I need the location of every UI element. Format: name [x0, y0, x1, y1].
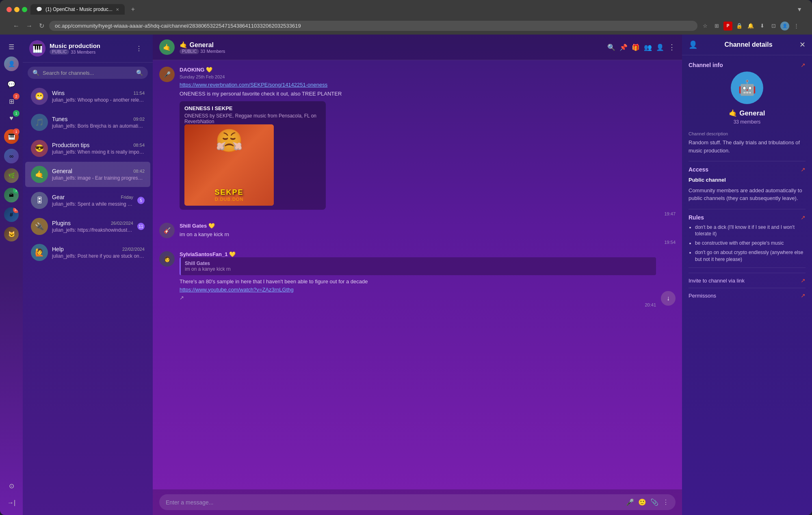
- msg-time-shill-gates: 19:54: [180, 240, 676, 245]
- channel-time-plugins: 26/02/2024: [111, 221, 133, 226]
- album-face-decoration: 😤: [215, 128, 243, 154]
- invite-link-icon[interactable]: ↗: [801, 277, 806, 284]
- browser-tab-active[interactable]: 💬 (1) OpenChat - Music produc... ✕: [30, 4, 125, 15]
- channel-item-plugins[interactable]: 🔌 Plugins 26/02/2024 julian_jelfs: https…: [25, 214, 150, 239]
- msg-expand-icon[interactable]: ↗: [180, 295, 656, 301]
- icon-sidebar: ☰ 👤 💬 ⊞ 2 ♥ 1 🎹 1 ∞: [0, 35, 23, 515]
- bookmark-icon[interactable]: ☆: [701, 22, 710, 30]
- details-header: 👤 Channel details ✕: [682, 35, 812, 55]
- sidebar-hamburger-button[interactable]: ☰: [4, 39, 19, 54]
- channel-preview-plugins: julian_jelfs: https://freakshowindustrie…: [52, 227, 133, 233]
- details-panel-icon: 👤: [689, 40, 697, 49]
- channel-item-tunes[interactable]: 🎵 Tunes 09:02 julian_jelfs: Boris Brejch…: [25, 110, 150, 135]
- link-preview-daoking: ONENESS I SEKPE ONENESS by SEKPE, Reggae…: [180, 101, 326, 210]
- favorites-button[interactable]: ♥ 1: [4, 111, 19, 126]
- divider-2: [689, 209, 806, 209]
- chat-channel-name: 🤙 General: [180, 41, 602, 49]
- community-icon-5[interactable]: # 15: [4, 207, 19, 222]
- explore-button[interactable]: ⊙: [4, 478, 19, 493]
- chat-header: 🤙 🤙 General PUBLIC 33 Members 🔍 📌 🎁 👥 👤 …: [153, 35, 682, 60]
- attach-icon[interactable]: 📎: [650, 498, 658, 506]
- channel-item-general[interactable]: 🤙 General 08:42 julian_jelfs: image - Ea…: [25, 162, 150, 187]
- msg-text-shill-gates: im on a kanye kick rn: [180, 230, 676, 239]
- channel-preview-production-tips: julian_jelfs: When mixing it is really i…: [52, 149, 145, 155]
- scroll-down-button[interactable]: ↓: [661, 291, 676, 306]
- channel-details-gear: Gear Friday julian_jelfs: Spent a while …: [52, 194, 133, 207]
- tab-label: (1) OpenChat - Music produc...: [45, 7, 113, 12]
- search-input[interactable]: [43, 70, 133, 76]
- new-tab-button[interactable]: +: [128, 4, 138, 15]
- msg-time-sylvia: 20:41: [180, 302, 656, 307]
- community-more-button[interactable]: ⋮: [132, 41, 146, 56]
- reply-quote-text: im on a kanye kick rn: [185, 266, 652, 272]
- search-submit-icon[interactable]: 🔍: [136, 70, 143, 76]
- emoji-icon[interactable]: 🙂: [638, 498, 646, 506]
- window-maximize-dot[interactable]: [22, 7, 27, 12]
- browser-menu-icon[interactable]: ⋮: [792, 22, 801, 30]
- community-icon-2[interactable]: ∞: [4, 149, 19, 163]
- chat-gift-icon[interactable]: 🎁: [632, 43, 640, 51]
- msg-link-daoking[interactable]: https://www.reverbnation.com/SEKPE/song/…: [180, 82, 327, 88]
- message-input[interactable]: [166, 499, 622, 506]
- channels-icon: ⊞: [9, 98, 14, 105]
- user-avatar-sidebar[interactable]: 👤: [4, 56, 19, 71]
- logout-icon: →|: [7, 499, 15, 506]
- community-icon-6[interactable]: 🐱: [4, 227, 19, 241]
- window-minimize-dot[interactable]: [14, 7, 19, 12]
- channel-info-expand-icon[interactable]: ↗: [801, 62, 806, 68]
- screenshot-icon[interactable]: ⊞: [712, 22, 721, 30]
- chat-pin-icon[interactable]: 📌: [619, 43, 628, 51]
- logout-button[interactable]: →|: [4, 495, 19, 510]
- rule-2: be constructive with other people's musi…: [695, 240, 806, 247]
- rules-expand-icon[interactable]: ↗: [801, 214, 806, 221]
- permissions-section[interactable]: Permissons ↗: [689, 288, 806, 303]
- channel-time-general: 08:42: [133, 169, 145, 174]
- channel-info-label: Channel info: [689, 62, 723, 68]
- input-more-icon[interactable]: ⋮: [663, 498, 669, 506]
- chat-members-icon[interactable]: 👥: [644, 43, 652, 51]
- permissions-label: Permissons: [689, 293, 716, 299]
- permissions-expand-icon[interactable]: ↗: [801, 292, 806, 299]
- details-close-button[interactable]: ✕: [799, 40, 806, 49]
- channel-name-production-tips: Production tips: [52, 142, 90, 148]
- channel-preview-tunes: julian_jelfs: Boris Brejcha is an automa…: [52, 123, 145, 129]
- direct-messages-button[interactable]: 💬: [4, 77, 19, 91]
- back-button[interactable]: ←: [11, 21, 21, 31]
- community-icon-3[interactable]: 🌿: [4, 168, 19, 183]
- channel-avatar-gear: 🎛: [31, 192, 48, 209]
- community-5-badge: 15: [13, 207, 19, 213]
- access-expand-icon[interactable]: ↗: [801, 166, 806, 173]
- channel-item-gear[interactable]: 🎛 Gear Friday julian_jelfs: Spent a whil…: [25, 188, 150, 213]
- chat-search-icon[interactable]: 🔍: [607, 43, 615, 51]
- channel-item-wins[interactable]: 😁 Wins 11:54 julian_jelfs: Whoop whoop -…: [25, 84, 150, 109]
- user-avatar-icon[interactable]: 👤: [780, 22, 789, 30]
- extension-icon-5[interactable]: ⊡: [769, 22, 778, 30]
- channel-time-help: 22/02/2024: [122, 247, 145, 252]
- msg-link-sylvia[interactable]: https://www.youtube.com/watch?v=ZAz3rnLG…: [180, 287, 294, 293]
- access-type: Public channel: [689, 176, 806, 184]
- extension-icon-2[interactable]: 🔒: [735, 22, 744, 30]
- channel-time-tunes: 09:02: [133, 117, 145, 122]
- forward-button[interactable]: →: [24, 21, 34, 31]
- community-icon-4[interactable]: 🏔 3: [4, 188, 19, 202]
- extension-icon-1[interactable]: P: [723, 22, 732, 30]
- rules-section-header: Rules ↗: [689, 214, 806, 221]
- refresh-button[interactable]: ↻: [37, 20, 46, 31]
- url-bar[interactable]: [49, 21, 697, 31]
- invite-link-section[interactable]: Invite to channel via link ↗: [689, 273, 806, 288]
- channel-item-help[interactable]: 🙋 Help 22/02/2024 julian_jelfs: Post her…: [25, 240, 150, 265]
- tab-close-button[interactable]: ✕: [116, 7, 119, 12]
- community-icon-1[interactable]: 🎹 1: [4, 129, 19, 144]
- channels-button[interactable]: ⊞ 2: [4, 94, 19, 109]
- channel-item-production-tips[interactable]: 😎 Production tips 08:54 julian_jelfs: Wh…: [25, 136, 150, 161]
- chat-add-member-icon[interactable]: 👤: [656, 43, 664, 51]
- extension-icon-4[interactable]: ⬇: [758, 22, 767, 30]
- channel-avatar-general: 🤙: [31, 166, 48, 183]
- chat-header-avatar: 🤙: [159, 39, 175, 55]
- community-info: Music production PUBLIC 33 Members: [50, 42, 128, 54]
- window-close-dot[interactable]: [6, 7, 12, 12]
- extension-icon-3[interactable]: 🔔: [746, 22, 755, 30]
- chat-more-icon[interactable]: ⋮: [668, 43, 676, 52]
- tab-dropdown-button[interactable]: ▼: [797, 6, 806, 13]
- mic-icon[interactable]: 🎤: [626, 498, 634, 506]
